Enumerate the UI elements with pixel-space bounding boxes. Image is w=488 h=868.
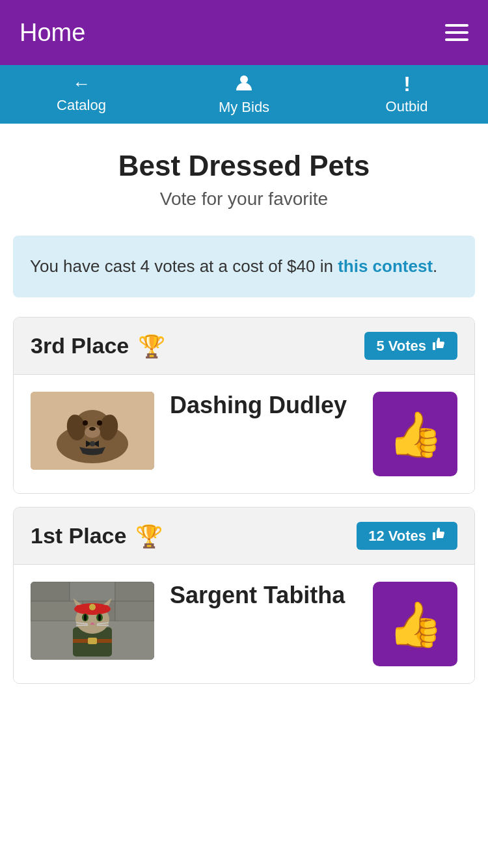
votes-badge-1st: 12 Votes bbox=[357, 522, 457, 550]
main-content: Best Dressed Pets Vote for your favorite… bbox=[0, 124, 488, 868]
nav-catalog-label: Catalog bbox=[57, 97, 106, 114]
card-header-3rd: 3rd Place 🏆 5 Votes bbox=[14, 318, 474, 375]
app-title: Home bbox=[20, 19, 85, 47]
card-body-3rd: Dashing Dudley 👍 bbox=[14, 375, 474, 493]
nav-catalog[interactable]: ← Catalog bbox=[0, 75, 163, 114]
catalog-back-icon: ← bbox=[72, 75, 90, 93]
svg-rect-21 bbox=[115, 601, 154, 621]
svg-rect-17 bbox=[70, 582, 115, 601]
svg-point-9 bbox=[83, 420, 88, 426]
place-label-3rd: 3rd Place 🏆 bbox=[31, 333, 165, 359]
page-title: Best Dressed Pets bbox=[20, 150, 468, 182]
card-header-1st: 1st Place 🏆 12 Votes bbox=[14, 508, 474, 565]
svg-rect-24 bbox=[88, 638, 97, 644]
page-heading: Best Dressed Pets Vote for your favorite bbox=[0, 124, 488, 223]
svg-rect-18 bbox=[115, 582, 154, 601]
pet-name-tabitha: Sargent Tabitha bbox=[170, 582, 357, 609]
outbid-icon: ! bbox=[403, 74, 410, 94]
nav-mybids-label: My Bids bbox=[219, 99, 269, 116]
pet-image-dudley bbox=[31, 392, 154, 470]
page-subtitle: Vote for your favorite bbox=[20, 189, 468, 210]
nav-outbid-label: Outbid bbox=[386, 98, 428, 115]
place-text-1st: 1st Place bbox=[31, 523, 126, 549]
place-label-1st: 1st Place 🏆 bbox=[31, 523, 163, 549]
votes-count-1st: 12 Votes bbox=[368, 528, 426, 545]
svg-point-30 bbox=[89, 604, 96, 610]
trophy-icon-1st: 🏆 bbox=[135, 523, 163, 549]
votes-badge-3rd: 5 Votes bbox=[364, 332, 457, 360]
banner-prefix-text: You have cast 4 votes at a cost of $40 i… bbox=[30, 256, 338, 276]
trophy-icon-3rd: 🏆 bbox=[138, 333, 165, 359]
pet-image-tabitha bbox=[31, 582, 154, 660]
pet-name-dudley: Dashing Dudley bbox=[170, 392, 357, 419]
votes-count-3rd: 5 Votes bbox=[376, 338, 426, 355]
banner-suffix-text: . bbox=[433, 256, 437, 276]
nav-mybids[interactable]: My Bids bbox=[163, 74, 325, 116]
navigation-bar: ← Catalog My Bids ! Outbid bbox=[0, 65, 488, 124]
svg-point-8 bbox=[89, 427, 96, 431]
thumbs-up-icon-dudley: 👍 bbox=[388, 412, 443, 456]
app-header: Home bbox=[0, 0, 488, 65]
svg-point-10 bbox=[97, 420, 102, 426]
entry-card-3rd: 3rd Place 🏆 5 Votes bbox=[13, 317, 475, 494]
svg-rect-1 bbox=[433, 342, 435, 350]
vote-button-tabitha[interactable]: 👍 bbox=[373, 582, 457, 666]
svg-rect-14 bbox=[433, 532, 435, 540]
svg-point-34 bbox=[98, 614, 101, 621]
svg-point-33 bbox=[84, 614, 87, 621]
user-icon bbox=[235, 74, 253, 95]
votes-icon-1st bbox=[431, 527, 446, 545]
svg-rect-19 bbox=[31, 601, 83, 621]
hamburger-menu[interactable] bbox=[445, 24, 468, 41]
votes-info-banner: You have cast 4 votes at a cost of $40 i… bbox=[13, 236, 475, 297]
vote-button-dudley[interactable]: 👍 bbox=[373, 392, 457, 476]
entry-card-1st: 1st Place 🏆 12 Votes bbox=[13, 507, 475, 684]
svg-rect-16 bbox=[31, 582, 70, 601]
pet-info-tabitha: Sargent Tabitha bbox=[170, 582, 357, 660]
svg-point-0 bbox=[240, 75, 248, 83]
card-body-1st: Sargent Tabitha 👍 bbox=[14, 565, 474, 683]
svg-point-13 bbox=[90, 441, 95, 446]
this-contest-link[interactable]: this contest bbox=[338, 256, 433, 276]
place-text-3rd: 3rd Place bbox=[31, 333, 129, 359]
thumbs-up-icon-tabitha: 👍 bbox=[388, 602, 443, 646]
pet-info-dudley: Dashing Dudley bbox=[170, 392, 357, 470]
votes-icon-3rd bbox=[431, 337, 446, 355]
nav-outbid[interactable]: ! Outbid bbox=[325, 74, 488, 115]
